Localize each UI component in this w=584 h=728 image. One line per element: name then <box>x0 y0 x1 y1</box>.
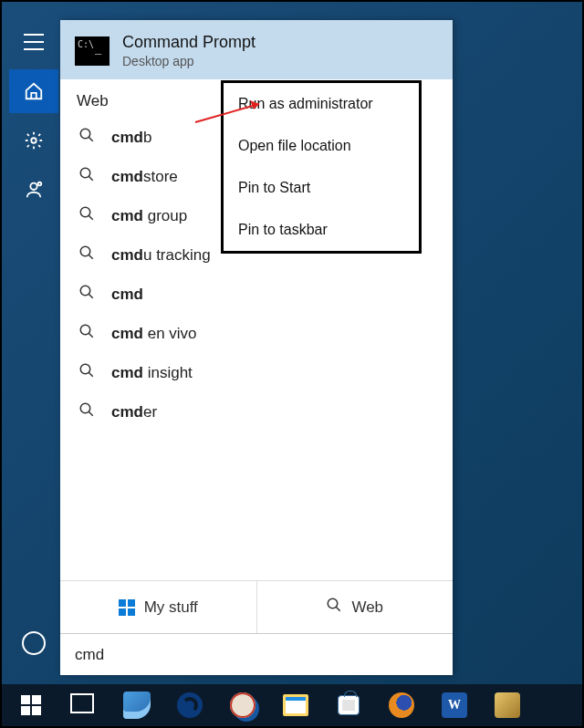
tab-label: My stuff <box>144 598 198 617</box>
best-match-row[interactable]: Command Prompt Desktop app <box>60 20 453 79</box>
search-icon <box>78 362 99 383</box>
svg-point-2 <box>38 182 42 186</box>
best-match-subtitle: Desktop app <box>122 54 256 68</box>
taskbar-app-snip[interactable] <box>219 687 266 723</box>
svg-point-10 <box>80 403 90 413</box>
context-menu: Run as administrator Open file location … <box>221 80 422 254</box>
search-icon <box>78 284 99 305</box>
ctx-open-file-location[interactable]: Open file location <box>224 125 419 167</box>
feedback-icon[interactable] <box>9 168 58 212</box>
taskbar-app-misc[interactable] <box>484 687 531 723</box>
taskbar-app-word[interactable]: W <box>431 687 478 723</box>
snipping-tool-icon <box>230 692 256 718</box>
svg-point-3 <box>80 129 90 139</box>
task-view-button[interactable] <box>60 687 108 723</box>
search-icon <box>78 401 99 422</box>
best-match-title: Command Prompt <box>122 33 256 52</box>
search-icon <box>326 597 342 618</box>
svg-point-8 <box>80 325 90 335</box>
web-result[interactable]: cmder <box>69 392 443 432</box>
svg-point-5 <box>80 207 90 217</box>
taskbar-app-edge[interactable] <box>166 687 214 723</box>
home-icon[interactable] <box>9 69 58 113</box>
taskbar-app-paint[interactable] <box>113 687 161 723</box>
taskbar-app-store[interactable] <box>325 687 372 723</box>
firefox-icon <box>389 692 414 718</box>
tab-my-stuff[interactable]: My stuff <box>60 581 257 633</box>
search-filter-tabs: My stuff Web <box>60 580 453 633</box>
svg-point-9 <box>80 364 90 374</box>
cortana-icon[interactable] <box>22 631 46 655</box>
paint-icon <box>123 692 151 719</box>
web-result[interactable]: cmd en vivo <box>69 314 443 353</box>
ctx-pin-to-start[interactable]: Pin to Start <box>224 167 419 209</box>
search-icon <box>78 127 99 148</box>
search-icon <box>78 323 99 344</box>
app-icon <box>495 692 520 718</box>
ctx-run-as-admin[interactable]: Run as administrator <box>224 83 419 125</box>
svg-point-6 <box>80 246 90 256</box>
web-result[interactable]: cmd <box>69 275 443 314</box>
ctx-pin-to-taskbar[interactable]: Pin to taskbar <box>224 209 419 251</box>
svg-point-7 <box>80 286 90 296</box>
file-explorer-icon <box>283 694 308 716</box>
tab-label: Web <box>351 598 383 617</box>
svg-point-4 <box>80 168 90 178</box>
svg-point-1 <box>30 183 36 190</box>
search-input[interactable]: cmd <box>60 633 453 675</box>
command-prompt-icon <box>75 36 110 66</box>
search-icon <box>78 244 99 265</box>
taskbar-app-explorer[interactable] <box>272 687 319 723</box>
search-icon <box>78 166 99 187</box>
hamburger-icon[interactable] <box>9 20 58 64</box>
word-icon: W <box>442 692 467 718</box>
store-icon <box>338 695 360 715</box>
taskbar: W <box>2 684 582 726</box>
search-icon <box>78 205 99 226</box>
start-button[interactable] <box>7 687 55 723</box>
taskbar-app-firefox[interactable] <box>378 687 425 723</box>
tab-web[interactable]: Web <box>257 581 454 633</box>
svg-point-11 <box>328 598 339 608</box>
web-result[interactable]: cmd insight <box>69 353 443 392</box>
windows-tile-icon <box>119 599 135 616</box>
gear-icon[interactable] <box>9 119 58 162</box>
edge-icon <box>177 692 203 718</box>
svg-point-0 <box>31 138 36 143</box>
search-rail <box>9 20 58 675</box>
